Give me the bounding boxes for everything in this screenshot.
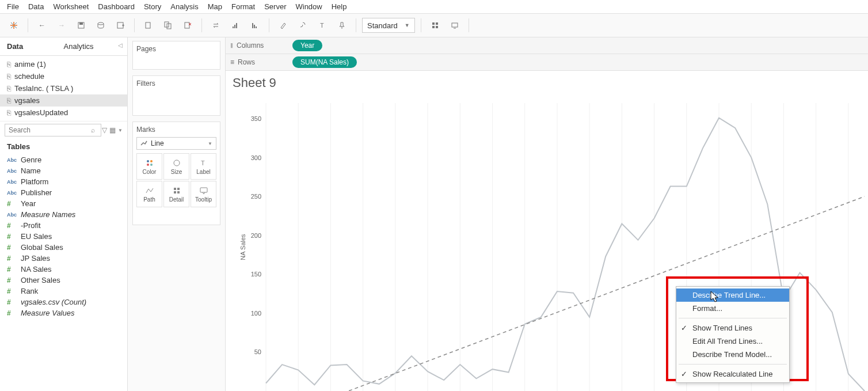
tables-header: Tables bbox=[0, 139, 127, 154]
ctx-edit-all-trend-lines[interactable]: Edit All Trend Lines... bbox=[676, 335, 789, 348]
hash-icon: # bbox=[7, 255, 17, 263]
highlight-icon[interactable] bbox=[275, 17, 291, 33]
check-icon: ✓ bbox=[681, 370, 687, 378]
tab-analytics[interactable]: Analytics bbox=[57, 37, 114, 55]
mark-size[interactable]: Size bbox=[163, 153, 189, 180]
sort-desc-icon[interactable] bbox=[247, 17, 263, 33]
menu-server[interactable]: Server bbox=[264, 2, 286, 11]
mark-tooltip[interactable]: Tooltip bbox=[191, 181, 216, 207]
columns-shelf[interactable]: ⦀Columns Year bbox=[226, 37, 868, 54]
pages-shelf[interactable]: Pages bbox=[132, 41, 220, 70]
mark-detail[interactable]: Detail bbox=[163, 181, 189, 207]
search-input[interactable] bbox=[5, 124, 101, 136]
svg-point-35 bbox=[174, 160, 180, 166]
tab-data[interactable]: Data bbox=[0, 37, 57, 55]
menu-map[interactable]: Map bbox=[208, 2, 222, 11]
abc-icon: Abc bbox=[7, 157, 17, 163]
mark-color[interactable]: Color bbox=[136, 153, 162, 180]
rows-shelf[interactable]: ≡Rows SUM(NA Sales) bbox=[226, 54, 868, 71]
menu-worksheet[interactable]: Worksheet bbox=[53, 2, 89, 11]
swap-icon[interactable] bbox=[208, 17, 224, 33]
field-item[interactable]: #JP Sales bbox=[0, 253, 127, 264]
menu-format[interactable]: Format bbox=[231, 2, 255, 11]
menu-help[interactable]: Help bbox=[332, 2, 347, 11]
presentation-icon[interactable] bbox=[447, 17, 463, 33]
svg-line-4 bbox=[11, 26, 13, 28]
ctx-show-trend-lines[interactable]: ✓Show Trend Lines bbox=[676, 321, 789, 335]
redo-icon[interactable]: → bbox=[54, 17, 70, 33]
y-tick-label: 100 bbox=[251, 310, 261, 317]
duplicate-icon[interactable] bbox=[160, 17, 176, 33]
dropdown-caret-icon[interactable]: ▼ bbox=[118, 128, 123, 133]
datasource-item[interactable]: ⎘vgsales bbox=[0, 94, 127, 107]
field-item[interactable]: AbcGenre bbox=[0, 154, 127, 165]
pin-icon[interactable] bbox=[334, 17, 350, 33]
filters-shelf[interactable]: Filters bbox=[132, 75, 220, 116]
menu-window[interactable]: Window bbox=[295, 2, 322, 11]
field-item[interactable]: #Other Sales bbox=[0, 275, 127, 286]
svg-point-34 bbox=[150, 164, 153, 166]
search-icon[interactable]: ⌕ bbox=[91, 126, 95, 134]
field-item[interactable]: #Year bbox=[0, 198, 127, 209]
field-item[interactable]: AbcPlatform bbox=[0, 176, 127, 187]
menu-dashboard[interactable]: Dashboard bbox=[98, 2, 135, 11]
hash-icon: # bbox=[7, 287, 17, 295]
svg-rect-41 bbox=[200, 188, 207, 192]
field-item[interactable]: #Measure Values bbox=[0, 308, 127, 318]
ctx-divider bbox=[679, 364, 787, 365]
filter-icon[interactable]: ▽ bbox=[102, 126, 107, 134]
mark-path[interactable]: Path bbox=[136, 181, 162, 207]
abc-icon: Abc bbox=[7, 212, 17, 218]
field-item[interactable]: AbcPublisher bbox=[0, 187, 127, 198]
ctx-divider bbox=[679, 318, 787, 318]
datasource-item[interactable]: ⎘schedule bbox=[0, 70, 127, 82]
field-item[interactable]: #vgsales.csv (Count) bbox=[0, 297, 127, 308]
field-item[interactable]: #Global Sales bbox=[0, 242, 127, 253]
ctx-describe-trend-model[interactable]: Describe Trend Model... bbox=[676, 348, 789, 361]
field-item[interactable]: AbcName bbox=[0, 165, 127, 176]
save-icon[interactable] bbox=[73, 17, 89, 33]
field-item[interactable]: #Rank bbox=[0, 286, 127, 297]
new-worksheet-icon[interactable] bbox=[112, 17, 128, 33]
ctx-show-recalculated[interactable]: ✓Show Recalculated Line bbox=[676, 367, 789, 381]
ctx-format[interactable]: Format... bbox=[676, 302, 789, 315]
collapse-sidebar-icon[interactable]: ◁ bbox=[113, 37, 127, 55]
rows-pill-na-sales[interactable]: SUM(NA Sales) bbox=[292, 56, 357, 68]
menu-bar: File Data Worksheet Dashboard Story Anal… bbox=[0, 0, 868, 14]
abc-icon: Abc bbox=[7, 190, 17, 196]
datasource-item[interactable]: ⎘anime (1) bbox=[0, 58, 127, 70]
show-cards-icon[interactable] bbox=[427, 17, 443, 33]
menu-file[interactable]: File bbox=[7, 2, 19, 11]
mark-label[interactable]: TLabel bbox=[191, 153, 216, 180]
svg-rect-23 bbox=[256, 26, 257, 28]
ctx-describe-trend-line[interactable]: Describe Trend Line... bbox=[676, 288, 789, 302]
check-icon: ✓ bbox=[681, 324, 687, 332]
text-label-icon[interactable]: T bbox=[314, 17, 330, 33]
undo-icon[interactable]: ← bbox=[34, 17, 50, 33]
view-icon[interactable]: ▦ bbox=[109, 126, 116, 134]
caret-down-icon: ▼ bbox=[405, 22, 410, 28]
sheet-title[interactable]: Sheet 9 bbox=[233, 75, 861, 90]
menu-data[interactable]: Data bbox=[28, 2, 44, 11]
svg-rect-29 bbox=[452, 23, 458, 27]
field-item[interactable]: #EU Sales bbox=[0, 231, 127, 242]
clear-sheet-icon[interactable] bbox=[180, 17, 196, 33]
tableau-logo-icon[interactable] bbox=[6, 17, 22, 33]
menu-story[interactable]: Story bbox=[144, 2, 161, 11]
mark-type-dropdown[interactable]: Line ▼ bbox=[136, 137, 216, 150]
field-item[interactable]: AbcMeasure Names bbox=[0, 209, 127, 220]
columns-label: Columns bbox=[237, 41, 264, 50]
field-item[interactable]: #-Profit bbox=[0, 220, 127, 231]
menu-analysis[interactable]: Analysis bbox=[170, 2, 198, 11]
svg-text:T: T bbox=[320, 22, 324, 29]
datasource-item[interactable]: ⎘vgsalesUpdated bbox=[0, 107, 127, 119]
columns-pill-year[interactable]: Year bbox=[292, 40, 322, 51]
hash-icon: # bbox=[7, 200, 17, 208]
group-icon[interactable] bbox=[295, 17, 311, 33]
sort-asc-icon[interactable] bbox=[227, 17, 243, 33]
new-sheet-icon[interactable] bbox=[140, 17, 157, 33]
datasource-item[interactable]: ⎘TeslaInc. ( TSLA ) bbox=[0, 82, 127, 94]
fit-dropdown[interactable]: Standard ▼ bbox=[362, 18, 415, 33]
field-item[interactable]: #NA Sales bbox=[0, 264, 127, 275]
new-datasource-icon[interactable] bbox=[93, 17, 109, 33]
